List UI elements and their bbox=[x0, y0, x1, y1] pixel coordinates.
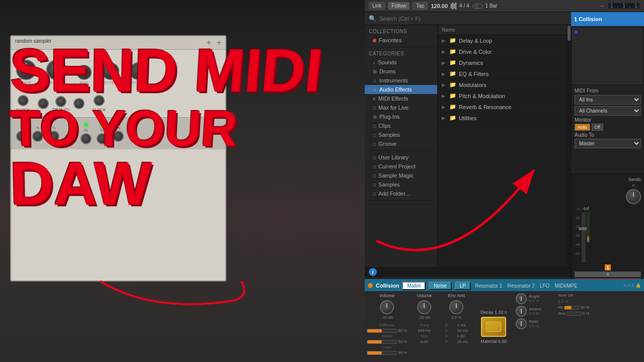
sidebar-item-add-folder[interactable]: □ Add Folder... bbox=[365, 189, 437, 198]
clip-slot-1[interactable] bbox=[572, 28, 643, 37]
note-off-label: Note Off bbox=[558, 293, 593, 298]
inharm-value: 0.0 % bbox=[529, 311, 541, 316]
sidebar-item-max[interactable]: □ Max for Live bbox=[365, 103, 437, 112]
tab-lp[interactable]: LP bbox=[455, 282, 471, 290]
bars-display bbox=[451, 3, 456, 10]
list-item-modulators[interactable]: ▶ 📁 Modulators bbox=[438, 79, 567, 90]
jack-deja-vu[interactable]: DEJA VU bbox=[38, 96, 85, 112]
sidebar-item-samples-cat[interactable]: □ Samples bbox=[365, 130, 437, 139]
jack-x1[interactable]: X₁ bbox=[80, 123, 92, 144]
midi-effects-icon: ≡ bbox=[373, 96, 376, 102]
clip-slot-2[interactable] bbox=[572, 37, 643, 46]
list-item-utilities[interactable]: ▶ 📁 Utilities bbox=[438, 113, 567, 124]
clip-slot-4[interactable] bbox=[572, 56, 643, 65]
track-number-row: 1 bbox=[575, 264, 641, 270]
monitor-off-btn[interactable]: Off bbox=[592, 124, 604, 131]
stiffness-bar[interactable] bbox=[367, 329, 397, 333]
expand-arrow-pitch: ▶ bbox=[442, 94, 447, 99]
link-button[interactable]: Link bbox=[369, 2, 385, 10]
clip-slot-6[interactable] bbox=[572, 75, 643, 84]
samples-cat-icon: □ bbox=[373, 132, 376, 138]
list-item-drive[interactable]: ▶ 📁 Drive & Color bbox=[438, 46, 567, 57]
inharm-knob[interactable] bbox=[516, 306, 527, 317]
clip-slot-5[interactable] bbox=[572, 66, 643, 75]
fader-column: -Inf bbox=[582, 206, 590, 262]
sidebar-item-audio-effects[interactable]: ≋ Audio Effects bbox=[365, 85, 437, 94]
midi-channel-select[interactable]: All Channels bbox=[575, 106, 641, 116]
sidebar-item-sample-magic[interactable]: □ Sample Magic bbox=[365, 171, 437, 180]
module-header: random sampler + + bbox=[11, 36, 225, 50]
knob-length[interactable]: LENGTH bbox=[46, 60, 66, 85]
jack-t2[interactable]: t₂ bbox=[32, 125, 43, 142]
db-label-48: -48 bbox=[575, 243, 580, 246]
color-bar[interactable] bbox=[367, 351, 397, 355]
sidebar-item-user-library[interactable]: □ User Library bbox=[365, 153, 437, 162]
browser-scrollbar[interactable] bbox=[567, 25, 571, 267]
sidebar-item-sounds[interactable]: ♪ Sounds bbox=[365, 58, 437, 67]
tap-button[interactable]: Tap bbox=[413, 2, 428, 10]
bright-knob[interactable] bbox=[516, 293, 527, 304]
list-item-eq[interactable]: ▶ 📁 EQ & Filters bbox=[438, 68, 567, 79]
bpm-display[interactable]: 120.00 bbox=[431, 3, 448, 9]
noise-bar[interactable] bbox=[367, 340, 397, 344]
hit-label: Hit bbox=[558, 305, 563, 310]
instrument-body: Volume -30 dB Stiffness 50 % Noise 50 % bbox=[365, 291, 644, 362]
sidebar-item-plugins[interactable]: ⊕ Plug-Ins bbox=[365, 112, 437, 121]
info-button[interactable]: i bbox=[369, 268, 377, 276]
resonator1-tab[interactable]: Resonator 1 bbox=[475, 283, 502, 289]
list-item-pitch[interactable]: ▶ 📁 Pitch & Modulation bbox=[438, 90, 567, 102]
mallet-volume-knob[interactable] bbox=[380, 300, 394, 314]
solo-button[interactable]: S bbox=[575, 272, 641, 277]
a-value: 0 ms bbox=[457, 323, 468, 327]
bright-value: 0.0 % bbox=[529, 299, 539, 303]
jack-clock[interactable]: CLOCK bbox=[16, 95, 30, 112]
list-item-delay[interactable]: ▶ 📁 Delay & Loop bbox=[438, 35, 567, 46]
send-a-knob[interactable] bbox=[626, 189, 641, 204]
search-input[interactable] bbox=[379, 16, 567, 22]
rnd-bar[interactable] bbox=[567, 312, 582, 316]
jack-clock2[interactable]: CLOCK bbox=[92, 95, 106, 112]
sidebar-item-midi-effects[interactable]: ≡ MIDI Effects bbox=[365, 94, 437, 103]
list-item-dynamics[interactable]: ▶ 📁 Dynamics bbox=[438, 57, 567, 68]
sidebar-item-current-project[interactable]: □ Current Project bbox=[365, 162, 437, 171]
jack-x2[interactable]: X₂ bbox=[97, 123, 108, 144]
hit-bar[interactable] bbox=[564, 306, 579, 310]
tab-mallet[interactable]: Mallet bbox=[402, 282, 426, 290]
sidebar-item-clips[interactable]: □ Clips bbox=[365, 121, 437, 130]
monitor-auto-btn[interactable]: Auto bbox=[575, 124, 590, 131]
midi-from-select[interactable]: All Ins bbox=[575, 95, 641, 105]
sidebar-item-samples[interactable]: □ Samples bbox=[365, 180, 437, 189]
d-label: D bbox=[445, 328, 456, 333]
env-amt-knob[interactable] bbox=[449, 300, 463, 314]
tab-noise[interactable]: Noise bbox=[429, 282, 452, 290]
sidebar-item-groove[interactable]: □ Groove bbox=[365, 139, 437, 148]
list-item-reverb[interactable]: ▶ 📁 Reverb & Resonance bbox=[438, 102, 567, 113]
sidebar-item-instruments[interactable]: ♫ Instruments bbox=[365, 76, 437, 85]
knob-jitter[interactable]: JITTER bbox=[102, 62, 119, 85]
follow-button[interactable]: Follow bbox=[388, 2, 410, 10]
res-value: 0.00 bbox=[420, 339, 428, 344]
db-label-60: -60 bbox=[575, 252, 580, 255]
knob-bias[interactable]: BIAS bbox=[76, 65, 92, 85]
browser-content: Collections Favorites Categories ♪ Sound… bbox=[365, 25, 571, 267]
knob-rate[interactable]: RATE bbox=[16, 60, 36, 85]
audio-to-select[interactable]: Master bbox=[575, 139, 641, 148]
lfo-tab[interactable]: LFO bbox=[540, 283, 549, 289]
ratio-value: 0.0 % bbox=[529, 324, 539, 328]
jack-t4[interactable]: t₄ bbox=[48, 125, 59, 142]
inst-controls[interactable]: A A S 🔒 bbox=[623, 283, 641, 288]
jack-x3[interactable]: X₃ bbox=[113, 125, 124, 142]
jack-y[interactable]: Y bbox=[64, 123, 75, 144]
noise-volume-knob[interactable] bbox=[417, 300, 431, 314]
sidebar-item-favorites[interactable]: Favorites bbox=[365, 36, 437, 45]
sidebar-item-drums[interactable]: ⊞ Drums bbox=[365, 67, 437, 76]
fader-track[interactable] bbox=[582, 212, 586, 262]
ratio-knob[interactable] bbox=[516, 318, 527, 329]
hit-row: Hit 50 % bbox=[558, 305, 593, 310]
midi-mpe-tab[interactable]: MIDI/MPE bbox=[554, 283, 578, 289]
knob-steps[interactable]: STEPS bbox=[129, 62, 147, 85]
resonator2-tab[interactable]: Resonator 2 bbox=[507, 283, 534, 289]
jack-t1[interactable]: t₁ bbox=[16, 125, 27, 142]
clip-slot-3[interactable] bbox=[572, 47, 643, 56]
expand-arrow-reverb: ▶ bbox=[442, 105, 447, 110]
